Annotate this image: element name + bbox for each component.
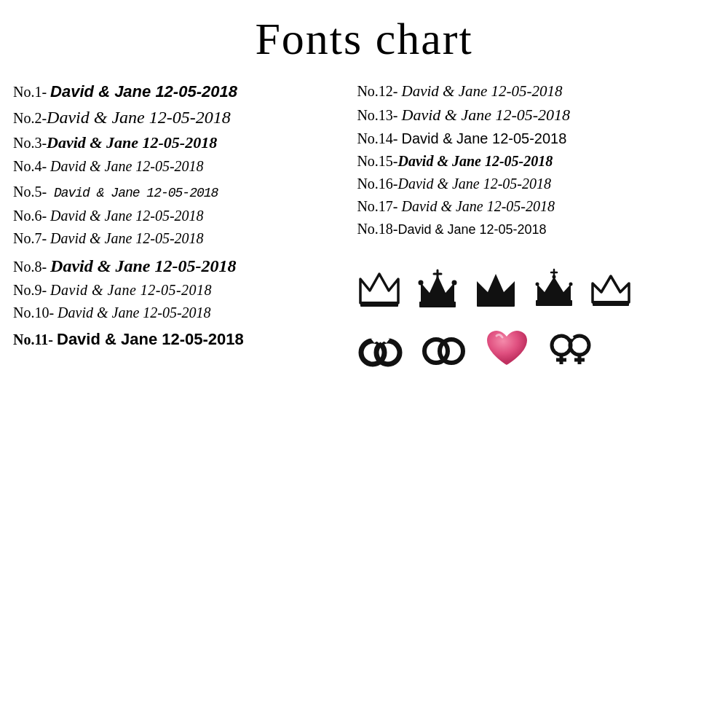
svg-rect-2 bbox=[419, 302, 456, 307]
crown3-icon bbox=[473, 270, 518, 308]
font-row-7: No.7- David & Jane 12-05-2018 bbox=[13, 229, 349, 248]
font-row-2: No.2-David & Jane 12-05-2018 bbox=[13, 106, 349, 129]
crown2-icon bbox=[415, 268, 460, 310]
crown-icons-row bbox=[357, 268, 721, 310]
svg-point-7 bbox=[536, 283, 539, 286]
svg-marker-0 bbox=[360, 274, 398, 303]
font-row-5: No.5- David & Jane 12-05-2018 bbox=[13, 182, 349, 202]
linked-rings2-icon bbox=[420, 327, 467, 371]
right-column: No.12- David & Jane 12-05-2018 No.13- Da… bbox=[349, 81, 721, 372]
font-row-12: No.12- David & Jane 12-05-2018 bbox=[357, 81, 721, 101]
linked-rings1-icon bbox=[357, 327, 404, 371]
font-row-11: No.11- David & Jane 12-05-2018 bbox=[13, 329, 349, 350]
svg-point-8 bbox=[553, 275, 556, 279]
crown5-icon bbox=[590, 270, 632, 308]
svg-rect-6 bbox=[536, 300, 572, 306]
font-row-10: No.10- David & Jane 12-05-2018 bbox=[13, 303, 349, 323]
svg-point-18 bbox=[570, 336, 589, 355]
left-column: No.1- David & Jane 12-05-2018 No.2-David… bbox=[7, 81, 349, 372]
svg-point-14 bbox=[440, 339, 463, 363]
font-row-6: No.6- David & Jane 12-05-2018 bbox=[13, 206, 349, 226]
crown1-icon bbox=[357, 270, 402, 308]
double-venus-icon bbox=[547, 325, 596, 372]
font-row-13: No.13- David & Jane 12-05-2018 bbox=[357, 104, 721, 126]
font-row-14: No.14- David & Jane 12-05-2018 bbox=[357, 129, 721, 149]
svg-rect-5 bbox=[477, 302, 515, 307]
font-row-18: No.18-David & Jane 12-05-2018 bbox=[357, 219, 721, 239]
svg-rect-10 bbox=[593, 301, 629, 306]
svg-point-9 bbox=[569, 283, 573, 286]
page-title: Fonts chart bbox=[0, 0, 728, 81]
font-row-16: No.16-David & Jane 12-05-2018 bbox=[357, 174, 721, 194]
font-row-3: No.3-David & Jane 12-05-2018 bbox=[13, 132, 349, 154]
font-row-1: No.1- David & Jane 12-05-2018 bbox=[13, 81, 349, 103]
svg-point-3 bbox=[419, 280, 424, 286]
font-row-17: No.17- David & Jane 12-05-2018 bbox=[357, 197, 721, 216]
font-row-9: No.9- David & Jane 12-05-2018 bbox=[13, 280, 349, 300]
svg-point-15 bbox=[552, 336, 571, 355]
svg-point-12 bbox=[376, 341, 400, 364]
heart-icon bbox=[483, 327, 531, 371]
svg-rect-1 bbox=[360, 302, 398, 307]
font-row-15: No.15-David & Jane 12-05-2018 bbox=[357, 152, 721, 171]
crown4-icon bbox=[531, 268, 577, 310]
font-row-8: No.8- David & Jane 12-05-2018 bbox=[13, 254, 349, 278]
font-row-4: No.4- David & Jane 12-05-2018 bbox=[13, 157, 349, 176]
symbol-icons-row bbox=[357, 325, 721, 372]
svg-point-4 bbox=[452, 280, 457, 286]
